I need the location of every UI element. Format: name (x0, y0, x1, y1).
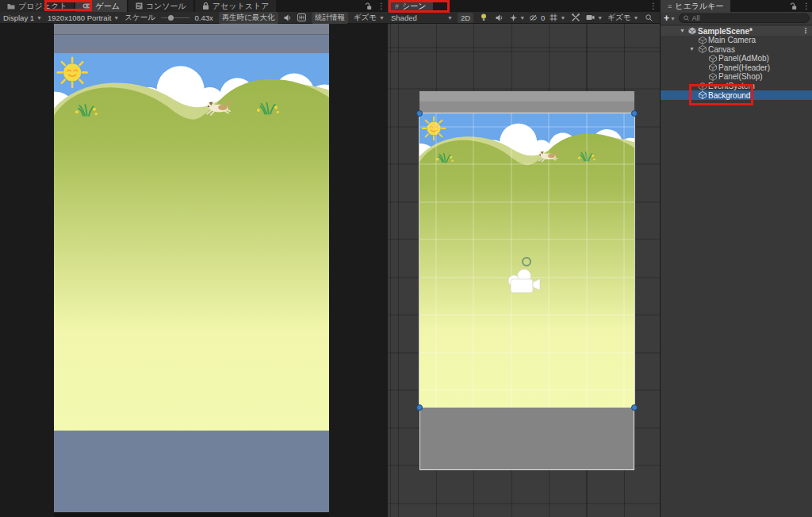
hierarchy-item-main-camera[interactable]: Main Camera (661, 36, 812, 45)
scene-header-panel (419, 91, 634, 101)
console-icon (136, 2, 143, 10)
hierarchy-item-samplescene[interactable]: ▼ SampleScene* ⋮ (661, 26, 812, 36)
background-sprite (54, 53, 329, 431)
mute-audio-button[interactable] (284, 14, 292, 21)
scale-label: スケール (124, 13, 155, 23)
shading-mode-dropdown[interactable]: Shaded▼ (391, 13, 453, 22)
audio-toggle[interactable] (494, 14, 505, 21)
game-admob-panel (54, 431, 329, 512)
annotation-box-background (689, 84, 753, 105)
search-icon (645, 14, 653, 21)
pivot-ring-gizmo[interactable] (522, 257, 531, 266)
search-input[interactable] (691, 14, 805, 22)
hierarchy-item-label: Panel(Header) (718, 63, 770, 72)
scale-value: 0.43x (195, 13, 213, 22)
chevron-down-icon: ▼ (670, 16, 676, 21)
gameobject-cube-icon (699, 45, 707, 53)
gizmos-dropdown-label: ギズモ (354, 13, 377, 23)
tab-hierarchy-label: ヒエラルキー (675, 1, 723, 12)
display-dropdown-value: Display 1 (3, 13, 34, 22)
scene-gizmos-dropdown[interactable]: ギズモ▼ (607, 13, 638, 23)
display-dropdown[interactable]: Display 1▼ (3, 13, 42, 22)
vsync-button[interactable] (297, 13, 306, 21)
grid-visibility-dropdown[interactable]: ▼ (550, 13, 565, 21)
canvas-object[interactable] (419, 91, 634, 470)
gameobject-cube-icon (709, 73, 717, 81)
scene-search-button[interactable] (643, 14, 654, 21)
hierarchy-item-label: Panel(Shop) (718, 72, 763, 81)
chevron-down-icon: ▼ (447, 15, 453, 21)
gameobject-cube-icon (699, 36, 707, 44)
unity-editor-window: プロジェクト ゲーム コンソール アセットストア ⋮ Display 1▼ (0, 0, 812, 517)
effects-dropdown[interactable]: ▼ (510, 14, 525, 21)
search-icon (684, 15, 689, 21)
component-tools-button[interactable] (570, 13, 581, 21)
stats-button[interactable]: 統計情報 (312, 12, 348, 24)
plus-icon: + (664, 13, 669, 24)
hierarchy-item-panel-shop[interactable]: Panel(Shop) (661, 72, 812, 82)
grid-icon (550, 13, 557, 21)
kebab-menu-icon[interactable]: ⋮ (377, 2, 385, 10)
scene-panel-strip-controls: ⋮ (649, 0, 657, 12)
rect-handle-bottom-left[interactable] (416, 404, 423, 411)
hierarchy-list-icon: ≡ (668, 2, 672, 10)
hierarchy-search[interactable] (679, 13, 810, 23)
game-view-viewport[interactable] (0, 24, 388, 517)
kebab-menu-icon[interactable]: ⋮ (802, 2, 810, 10)
scene-shop-panel (419, 408, 634, 470)
resolution-dropdown[interactable]: 1920x1080 Portrait▼ (48, 13, 119, 22)
lighting-toggle[interactable] (478, 13, 489, 21)
hierarchy-panel: ≡ ヒエラルキー ⋮ + ▼ ▼ SampleScene* (660, 0, 812, 517)
hierarchy-item-canvas[interactable]: ▼ Canvas (661, 44, 812, 54)
foldout-arrow-icon[interactable]: ▼ (689, 46, 695, 52)
game-view-panel: プロジェクト ゲーム コンソール アセットストア ⋮ Display 1▼ (0, 0, 388, 517)
tab-console-label: コンソール (146, 1, 186, 12)
scene-view-panel: # シーン ⋮ Shaded▼ 2D ▼ 0 ▼ (388, 0, 660, 517)
tab-console[interactable]: コンソール (128, 0, 193, 12)
hierarchy-item-label: Main Camera (708, 36, 756, 44)
hierarchy-item-panel-header[interactable]: Panel(Header) (661, 63, 812, 72)
folder-icon (7, 3, 15, 10)
gizmos-dropdown[interactable]: ギズモ▼ (354, 13, 385, 23)
hierarchy-toolbar: + ▼ (661, 12, 812, 25)
speaker-icon (496, 14, 504, 21)
scale-slider[interactable] (161, 17, 190, 18)
tab-game-label: ゲーム (95, 1, 119, 12)
hidden-objects-toggle[interactable]: 0 (530, 13, 545, 22)
hierarchy-tabstrip: ≡ ヒエラルキー ⋮ (661, 0, 812, 12)
gameobject-cube-icon (709, 55, 717, 63)
rect-handle-bottom-right[interactable] (631, 404, 638, 411)
tab-hierarchy[interactable]: ≡ ヒエラルキー (661, 0, 730, 12)
hierarchy-item-label: Canvas (708, 45, 735, 54)
tab-asset-store[interactable]: アセットストア (195, 0, 277, 12)
rect-handle-top-right[interactable] (631, 110, 638, 117)
lock-icon[interactable] (790, 2, 797, 10)
scale-slider-knob[interactable] (168, 15, 174, 21)
lock-icon[interactable] (365, 2, 372, 10)
maximize-on-play-button[interactable]: 再生時に最大化 (219, 12, 278, 24)
hierarchy-item-panel-admob[interactable]: Panel(AdMob) (661, 54, 812, 63)
speaker-icon (284, 14, 292, 21)
create-object-button[interactable]: + ▼ (664, 13, 676, 24)
2d-toggle-button[interactable]: 2D (458, 13, 473, 23)
effects-star-icon (510, 14, 517, 21)
chevron-down-icon: ▼ (560, 15, 565, 21)
kebab-menu-icon[interactable]: ⋮ (802, 27, 810, 35)
foldout-arrow-icon[interactable]: ▼ (680, 28, 685, 33)
main-camera-gizmo[interactable] (506, 269, 546, 296)
rect-handle-top-left[interactable] (416, 110, 423, 117)
camera-icon (586, 14, 595, 21)
game-header-panel-lower (54, 35, 329, 53)
gameobject-cube-icon (709, 63, 717, 71)
asset-store-icon (202, 2, 209, 10)
camera-gizmo-icon (506, 269, 546, 296)
unity-scene-icon (688, 27, 696, 35)
hierarchy-item-label: Panel(AdMob) (718, 54, 769, 63)
game-panel-strip-controls: ⋮ (365, 0, 385, 12)
scene-view-viewport[interactable] (388, 24, 660, 517)
camera-settings-dropdown[interactable]: ▼ (586, 14, 603, 21)
chevron-down-icon: ▼ (379, 15, 385, 21)
background-sprite-selected[interactable] (419, 113, 634, 408)
kebab-menu-icon[interactable]: ⋮ (649, 2, 657, 10)
game-view-toolbar: Display 1▼ 1920x1080 Portrait▼ スケール 0.43… (0, 12, 388, 24)
